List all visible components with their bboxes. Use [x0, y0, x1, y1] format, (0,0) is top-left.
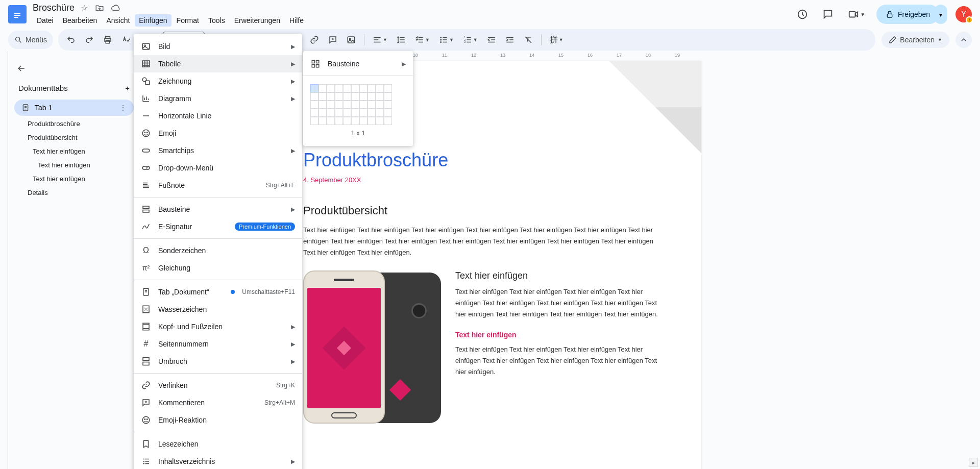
- grid-cell[interactable]: [368, 109, 376, 117]
- grid-cell[interactable]: [384, 92, 392, 101]
- menu-item-tabelle[interactable]: Tabelle▶: [134, 55, 302, 72]
- grid-cell[interactable]: [335, 117, 343, 125]
- spellcheck-button[interactable]: [118, 32, 134, 47]
- line-spacing-button[interactable]: [394, 32, 409, 47]
- menu-datei[interactable]: Datei: [33, 14, 58, 27]
- grid-cell[interactable]: [351, 101, 359, 109]
- menu-format[interactable]: Format: [173, 14, 203, 27]
- submenu-bausteine[interactable]: Bausteine ▶: [303, 55, 413, 72]
- grid-cell[interactable]: [351, 92, 359, 101]
- grid-cell[interactable]: [327, 109, 335, 117]
- grid-cell[interactable]: [327, 92, 335, 101]
- grid-cell[interactable]: [343, 109, 351, 117]
- outline-item[interactable]: Text hier einfügen: [12, 144, 136, 158]
- docs-logo[interactable]: [8, 5, 27, 23]
- menu-item-lesezeichen[interactable]: Lesezeichen: [134, 435, 302, 453]
- grid-cell[interactable]: [351, 109, 359, 117]
- outline-item[interactable]: Produktbroschüre: [12, 117, 136, 131]
- grid-cell[interactable]: [359, 92, 368, 101]
- menu-item-inhaltsverzeichnis[interactable]: Inhaltsverzeichnis▶: [134, 453, 302, 469]
- redo-button[interactable]: [82, 32, 97, 47]
- menu-item-zeichnung[interactable]: Zeichnung▶: [134, 72, 302, 90]
- grid-cell[interactable]: [310, 92, 318, 101]
- input-tools-button[interactable]: 拼▼: [547, 32, 567, 48]
- grid-cell[interactable]: [327, 117, 335, 125]
- grid-cell[interactable]: [343, 117, 351, 125]
- meet-icon[interactable]: ▼: [845, 6, 868, 23]
- menu-einfuegen[interactable]: Einfügen: [135, 14, 171, 27]
- menu-item-tab-dokument-[interactable]: Tab „Dokument“Umschalttaste+F11: [134, 283, 302, 301]
- menu-item-gleichung[interactable]: π²Gleichung: [134, 259, 302, 277]
- grid-cell[interactable]: [318, 84, 327, 92]
- add-tab-button[interactable]: +: [125, 84, 130, 92]
- grid-cell[interactable]: [310, 84, 318, 92]
- clear-format-button[interactable]: [521, 32, 536, 47]
- menu-ansicht[interactable]: Ansicht: [102, 14, 134, 27]
- grid-cell[interactable]: [368, 92, 376, 101]
- grid-cell[interactable]: [376, 92, 384, 101]
- grid-cell[interactable]: [343, 84, 351, 92]
- menu-erweiterungen[interactable]: Erweiterungen: [230, 14, 284, 27]
- grid-cell[interactable]: [310, 101, 318, 109]
- grid-cell[interactable]: [359, 109, 368, 117]
- grid-cell[interactable]: [318, 92, 327, 101]
- grid-cell[interactable]: [359, 101, 368, 109]
- search-menus[interactable]: Menüs: [11, 33, 50, 47]
- grid-cell[interactable]: [368, 84, 376, 92]
- share-dropdown[interactable]: ▼: [934, 5, 947, 24]
- grid-cell[interactable]: [376, 101, 384, 109]
- comments-icon[interactable]: [819, 6, 837, 23]
- account-avatar[interactable]: Y !: [955, 6, 972, 22]
- menu-item-drop-down-men-[interactable]: Drop-down-Menü: [134, 159, 302, 177]
- menu-item-e-signatur[interactable]: E-SignaturPremium-Funktionen: [134, 218, 302, 235]
- grid-cell[interactable]: [359, 117, 368, 125]
- menu-item-umbruch[interactable]: Umbruch▶: [134, 353, 302, 370]
- folder-move-icon[interactable]: [95, 3, 104, 13]
- grid-cell[interactable]: [384, 109, 392, 117]
- grid-cell[interactable]: [351, 117, 359, 125]
- menu-bearbeiten[interactable]: Bearbeiten: [59, 14, 102, 27]
- undo-button[interactable]: [63, 32, 79, 47]
- outline-item[interactable]: Text hier einfügen: [12, 158, 136, 172]
- bulleted-list-button[interactable]: ▼: [436, 32, 457, 47]
- grid-cell[interactable]: [384, 101, 392, 109]
- align-button[interactable]: ▼: [370, 32, 390, 47]
- grid-cell[interactable]: [335, 92, 343, 101]
- grid-cell[interactable]: [335, 101, 343, 109]
- history-icon[interactable]: [794, 6, 811, 23]
- grid-cell[interactable]: [335, 84, 343, 92]
- menu-item-kopf-und-fu-zeilen[interactable]: Kopf- und Fußzeilen▶: [134, 318, 302, 335]
- sidebar-back-button[interactable]: [12, 59, 136, 78]
- share-button[interactable]: Freigeben: [876, 5, 939, 24]
- grid-cell[interactable]: [376, 117, 384, 125]
- collapse-toolbar-button[interactable]: [955, 32, 972, 48]
- menu-hilfe[interactable]: Hilfe: [285, 14, 308, 27]
- grid-cell[interactable]: [384, 117, 392, 125]
- grid-cell[interactable]: [318, 109, 327, 117]
- grid-cell[interactable]: [318, 101, 327, 109]
- menu-item-seitennummern[interactable]: #Seitennummern▶: [134, 335, 302, 353]
- cloud-done-icon[interactable]: [111, 3, 120, 13]
- grid-cell[interactable]: [310, 117, 318, 125]
- menu-item-horizontale-linie[interactable]: Horizontale Linie: [134, 107, 302, 125]
- grid-cell[interactable]: [335, 109, 343, 117]
- table-size-picker[interactable]: 1 x 1: [303, 79, 413, 142]
- grid-cell[interactable]: [376, 109, 384, 117]
- doc-title[interactable]: Broschüre: [33, 3, 75, 13]
- grid-cell[interactable]: [343, 101, 351, 109]
- menu-item-emoji-reaktion[interactable]: Emoji-Reaktion: [134, 411, 302, 429]
- tab-1[interactable]: Tab 1 ⋮: [14, 100, 134, 116]
- menu-item-verlinken[interactable]: VerlinkenStrg+K: [134, 377, 302, 394]
- grid-cell[interactable]: [368, 117, 376, 125]
- grid-cell[interactable]: [376, 84, 384, 92]
- print-button[interactable]: [100, 32, 115, 47]
- decrease-indent-button[interactable]: [484, 32, 499, 47]
- outline-item[interactable]: Details: [12, 186, 136, 200]
- increase-indent-button[interactable]: [502, 32, 518, 47]
- menu-item-emoji[interactable]: Emoji: [134, 125, 302, 142]
- outline-item[interactable]: Text hier einfügen: [12, 172, 136, 186]
- menu-tools[interactable]: Tools: [204, 14, 229, 27]
- grid-cell[interactable]: [327, 84, 335, 92]
- menu-item-diagramm[interactable]: Diagramm▶: [134, 90, 302, 107]
- outline-item[interactable]: Produktübersicht: [12, 131, 136, 144]
